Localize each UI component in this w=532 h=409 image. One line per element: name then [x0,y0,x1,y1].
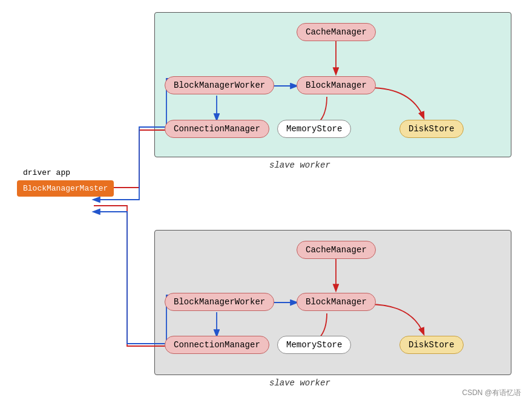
top-disk-store: DiskStore [399,120,464,138]
top-connection-manager: ConnectionManager [165,120,269,138]
top-block-manager: BlockManager [297,76,376,94]
bottom-memory-store: MemoryStore [277,336,351,354]
top-memory-store: MemoryStore [277,120,351,138]
driver-app-label: driver app [23,168,70,177]
block-manager-master-node: BlockManagerMaster [17,180,114,197]
top-block-manager-worker: BlockManagerWorker [165,76,274,94]
bottom-cache-manager: CacheManager [297,241,376,259]
bottom-block-manager: BlockManager [297,293,376,311]
bottom-slave-label: slave worker [269,378,330,388]
bottom-disk-store: DiskStore [399,336,464,354]
top-slave-label: slave worker [269,160,330,170]
bottom-connection-manager: ConnectionManager [165,336,269,354]
diagram-container: driver app BlockManagerMaster CacheManag… [0,0,532,409]
bottom-block-manager-worker: BlockManagerWorker [165,293,274,311]
top-cache-manager: CacheManager [297,23,376,41]
watermark: CSDN @有语忆语 [462,388,521,398]
